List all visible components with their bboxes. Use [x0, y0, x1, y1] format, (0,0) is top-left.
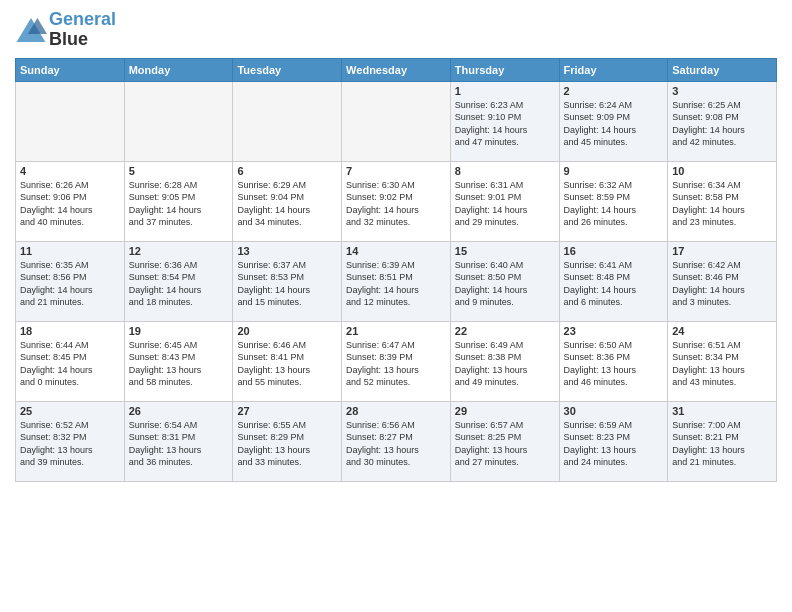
day-number: 19: [129, 325, 229, 337]
calendar-day-cell: 10Sunrise: 6:34 AM Sunset: 8:58 PM Dayli…: [668, 161, 777, 241]
day-number: 7: [346, 165, 446, 177]
day-number: 27: [237, 405, 337, 417]
calendar-day-cell: 26Sunrise: 6:54 AM Sunset: 8:31 PM Dayli…: [124, 401, 233, 481]
day-info: Sunrise: 6:29 AM Sunset: 9:04 PM Dayligh…: [237, 179, 337, 229]
calendar-week-row: 11Sunrise: 6:35 AM Sunset: 8:56 PM Dayli…: [16, 241, 777, 321]
day-number: 9: [564, 165, 664, 177]
calendar-table: SundayMondayTuesdayWednesdayThursdayFrid…: [15, 58, 777, 482]
weekday-header-wednesday: Wednesday: [342, 58, 451, 81]
calendar-day-cell: 1Sunrise: 6:23 AM Sunset: 9:10 PM Daylig…: [450, 81, 559, 161]
calendar-day-cell: 7Sunrise: 6:30 AM Sunset: 9:02 PM Daylig…: [342, 161, 451, 241]
weekday-header-friday: Friday: [559, 58, 668, 81]
calendar-week-row: 18Sunrise: 6:44 AM Sunset: 8:45 PM Dayli…: [16, 321, 777, 401]
logo: GeneralBlue: [15, 10, 116, 50]
calendar-day-cell: 12Sunrise: 6:36 AM Sunset: 8:54 PM Dayli…: [124, 241, 233, 321]
calendar-day-cell: 9Sunrise: 6:32 AM Sunset: 8:59 PM Daylig…: [559, 161, 668, 241]
day-info: Sunrise: 6:28 AM Sunset: 9:05 PM Dayligh…: [129, 179, 229, 229]
day-number: 26: [129, 405, 229, 417]
calendar-day-cell: 17Sunrise: 6:42 AM Sunset: 8:46 PM Dayli…: [668, 241, 777, 321]
day-info: Sunrise: 6:57 AM Sunset: 8:25 PM Dayligh…: [455, 419, 555, 469]
day-info: Sunrise: 6:44 AM Sunset: 8:45 PM Dayligh…: [20, 339, 120, 389]
day-number: 10: [672, 165, 772, 177]
day-number: 25: [20, 405, 120, 417]
calendar-day-cell: 25Sunrise: 6:52 AM Sunset: 8:32 PM Dayli…: [16, 401, 125, 481]
day-number: 23: [564, 325, 664, 337]
calendar-day-cell: 27Sunrise: 6:55 AM Sunset: 8:29 PM Dayli…: [233, 401, 342, 481]
day-info: Sunrise: 6:59 AM Sunset: 8:23 PM Dayligh…: [564, 419, 664, 469]
weekday-header-sunday: Sunday: [16, 58, 125, 81]
day-info: Sunrise: 6:34 AM Sunset: 8:58 PM Dayligh…: [672, 179, 772, 229]
day-info: Sunrise: 6:51 AM Sunset: 8:34 PM Dayligh…: [672, 339, 772, 389]
weekday-header-tuesday: Tuesday: [233, 58, 342, 81]
day-number: 6: [237, 165, 337, 177]
calendar-day-cell: 23Sunrise: 6:50 AM Sunset: 8:36 PM Dayli…: [559, 321, 668, 401]
calendar-day-cell: [124, 81, 233, 161]
calendar-day-cell: 22Sunrise: 6:49 AM Sunset: 8:38 PM Dayli…: [450, 321, 559, 401]
weekday-header-saturday: Saturday: [668, 58, 777, 81]
calendar-week-row: 25Sunrise: 6:52 AM Sunset: 8:32 PM Dayli…: [16, 401, 777, 481]
day-info: Sunrise: 6:23 AM Sunset: 9:10 PM Dayligh…: [455, 99, 555, 149]
day-number: 14: [346, 245, 446, 257]
day-number: 8: [455, 165, 555, 177]
day-number: 13: [237, 245, 337, 257]
day-info: Sunrise: 6:50 AM Sunset: 8:36 PM Dayligh…: [564, 339, 664, 389]
day-info: Sunrise: 6:54 AM Sunset: 8:31 PM Dayligh…: [129, 419, 229, 469]
day-info: Sunrise: 6:32 AM Sunset: 8:59 PM Dayligh…: [564, 179, 664, 229]
logo-text: GeneralBlue: [49, 10, 116, 50]
weekday-header-thursday: Thursday: [450, 58, 559, 81]
day-info: Sunrise: 6:25 AM Sunset: 9:08 PM Dayligh…: [672, 99, 772, 149]
calendar-week-row: 1Sunrise: 6:23 AM Sunset: 9:10 PM Daylig…: [16, 81, 777, 161]
calendar-day-cell: 6Sunrise: 6:29 AM Sunset: 9:04 PM Daylig…: [233, 161, 342, 241]
day-number: 22: [455, 325, 555, 337]
day-number: 28: [346, 405, 446, 417]
day-info: Sunrise: 6:39 AM Sunset: 8:51 PM Dayligh…: [346, 259, 446, 309]
day-number: 18: [20, 325, 120, 337]
day-number: 3: [672, 85, 772, 97]
day-number: 17: [672, 245, 772, 257]
weekday-header-row: SundayMondayTuesdayWednesdayThursdayFrid…: [16, 58, 777, 81]
calendar-day-cell: 2Sunrise: 6:24 AM Sunset: 9:09 PM Daylig…: [559, 81, 668, 161]
day-info: Sunrise: 6:56 AM Sunset: 8:27 PM Dayligh…: [346, 419, 446, 469]
calendar-day-cell: 30Sunrise: 6:59 AM Sunset: 8:23 PM Dayli…: [559, 401, 668, 481]
day-info: Sunrise: 6:36 AM Sunset: 8:54 PM Dayligh…: [129, 259, 229, 309]
day-number: 1: [455, 85, 555, 97]
day-info: Sunrise: 6:46 AM Sunset: 8:41 PM Dayligh…: [237, 339, 337, 389]
day-number: 31: [672, 405, 772, 417]
calendar-day-cell: 20Sunrise: 6:46 AM Sunset: 8:41 PM Dayli…: [233, 321, 342, 401]
calendar-day-cell: 28Sunrise: 6:56 AM Sunset: 8:27 PM Dayli…: [342, 401, 451, 481]
day-number: 4: [20, 165, 120, 177]
calendar-day-cell: 29Sunrise: 6:57 AM Sunset: 8:25 PM Dayli…: [450, 401, 559, 481]
logo-icon: [15, 16, 47, 44]
day-info: Sunrise: 6:41 AM Sunset: 8:48 PM Dayligh…: [564, 259, 664, 309]
day-number: 12: [129, 245, 229, 257]
day-info: Sunrise: 7:00 AM Sunset: 8:21 PM Dayligh…: [672, 419, 772, 469]
day-info: Sunrise: 6:52 AM Sunset: 8:32 PM Dayligh…: [20, 419, 120, 469]
calendar-day-cell: 31Sunrise: 7:00 AM Sunset: 8:21 PM Dayli…: [668, 401, 777, 481]
calendar-day-cell: [233, 81, 342, 161]
day-info: Sunrise: 6:47 AM Sunset: 8:39 PM Dayligh…: [346, 339, 446, 389]
calendar-day-cell: 4Sunrise: 6:26 AM Sunset: 9:06 PM Daylig…: [16, 161, 125, 241]
day-number: 2: [564, 85, 664, 97]
day-info: Sunrise: 6:35 AM Sunset: 8:56 PM Dayligh…: [20, 259, 120, 309]
day-number: 30: [564, 405, 664, 417]
day-info: Sunrise: 6:49 AM Sunset: 8:38 PM Dayligh…: [455, 339, 555, 389]
calendar-day-cell: 3Sunrise: 6:25 AM Sunset: 9:08 PM Daylig…: [668, 81, 777, 161]
day-info: Sunrise: 6:31 AM Sunset: 9:01 PM Dayligh…: [455, 179, 555, 229]
day-info: Sunrise: 6:37 AM Sunset: 8:53 PM Dayligh…: [237, 259, 337, 309]
calendar-day-cell: 19Sunrise: 6:45 AM Sunset: 8:43 PM Dayli…: [124, 321, 233, 401]
day-number: 16: [564, 245, 664, 257]
calendar-day-cell: [342, 81, 451, 161]
day-number: 21: [346, 325, 446, 337]
calendar-week-row: 4Sunrise: 6:26 AM Sunset: 9:06 PM Daylig…: [16, 161, 777, 241]
day-info: Sunrise: 6:26 AM Sunset: 9:06 PM Dayligh…: [20, 179, 120, 229]
page-header: GeneralBlue: [15, 10, 777, 50]
calendar-day-cell: 15Sunrise: 6:40 AM Sunset: 8:50 PM Dayli…: [450, 241, 559, 321]
day-number: 11: [20, 245, 120, 257]
weekday-header-monday: Monday: [124, 58, 233, 81]
calendar-day-cell: 5Sunrise: 6:28 AM Sunset: 9:05 PM Daylig…: [124, 161, 233, 241]
day-info: Sunrise: 6:55 AM Sunset: 8:29 PM Dayligh…: [237, 419, 337, 469]
calendar-day-cell: 11Sunrise: 6:35 AM Sunset: 8:56 PM Dayli…: [16, 241, 125, 321]
calendar-day-cell: 13Sunrise: 6:37 AM Sunset: 8:53 PM Dayli…: [233, 241, 342, 321]
day-info: Sunrise: 6:42 AM Sunset: 8:46 PM Dayligh…: [672, 259, 772, 309]
calendar-day-cell: 14Sunrise: 6:39 AM Sunset: 8:51 PM Dayli…: [342, 241, 451, 321]
